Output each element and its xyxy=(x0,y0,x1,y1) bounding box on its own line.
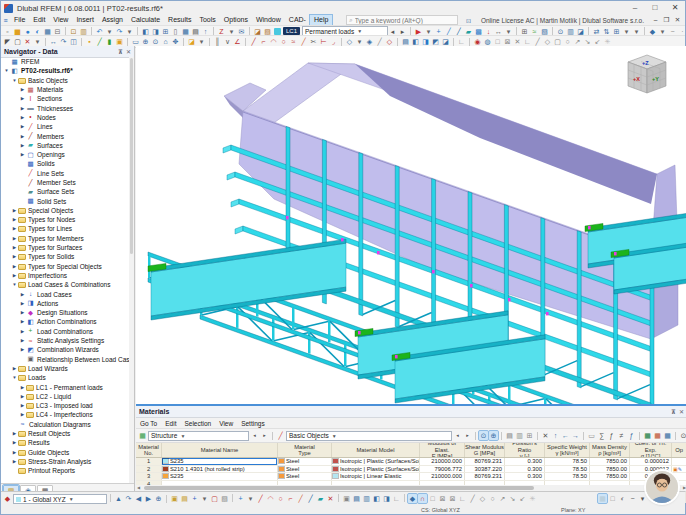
tree-item-folder-types-for-nodes[interactable]: ▶Types for Nodes xyxy=(1,215,129,224)
ortho-icon[interactable]: ╱ xyxy=(299,37,308,46)
cell[interactable]: 0.300 xyxy=(505,458,545,465)
cell[interactable]: Isotropic | Plastic (Surfaces/Solids) xyxy=(332,458,420,465)
tree-expander[interactable]: ▶ xyxy=(11,450,18,455)
minimize-button[interactable]: – xyxy=(625,1,645,15)
navigator-scrollbar[interactable] xyxy=(129,57,134,484)
cell[interactable]: 7850.00 xyxy=(590,458,630,465)
cs-f-icon[interactable]: ∟ xyxy=(392,494,401,503)
import-table-icon[interactable]: ▦ xyxy=(653,431,662,440)
tree-item-folder-types-for-special-objects[interactable]: ▶Types for Special Objects xyxy=(1,262,129,271)
view-prev-icon[interactable]: ◀ xyxy=(134,494,143,503)
user-avatar[interactable] xyxy=(646,471,678,503)
column-header-specific-weight[interactable]: Specific Weightγ [kN/m³] xyxy=(545,443,590,457)
result-beam-icon[interactable]: ◉ xyxy=(473,37,482,46)
window-mode-icon[interactable]: ▭ xyxy=(587,431,596,440)
tree-expander[interactable]: ▶ xyxy=(19,292,26,297)
cell[interactable]: 78.50 xyxy=(545,466,590,473)
navigation-cube[interactable]: +X +Y +Z xyxy=(617,51,677,105)
cell[interactable]: 0.300 xyxy=(505,473,545,480)
tree-expander[interactable]: ▶ xyxy=(11,273,18,278)
cell[interactable]: Isotropic | Linear Elastic xyxy=(332,473,420,480)
cell[interactable]: Steel xyxy=(278,466,332,473)
plane-xy-btn-icon[interactable]: ⊠ xyxy=(448,494,457,503)
sum-icon[interactable]: ∑ xyxy=(597,431,606,440)
tree-expander[interactable]: ▶ xyxy=(19,403,26,408)
menu-results[interactable]: Results xyxy=(164,15,195,25)
cs-b-icon[interactable]: ▤ xyxy=(352,494,361,503)
tree-item-folder-lc4-imperfections[interactable]: ▶LC4 - Imperfections xyxy=(1,410,129,419)
close-icon[interactable]: ✕ xyxy=(126,48,131,55)
cs-a-icon[interactable]: ▣ xyxy=(342,494,351,503)
edit-members-icon[interactable]: ▮ xyxy=(105,37,114,46)
materials-panel-title-bar[interactable]: Materials ⊼ ✕ xyxy=(136,406,686,418)
tree-expander[interactable]: ▼ xyxy=(11,78,18,83)
bg-color-icon[interactable]: ▦ xyxy=(598,494,607,503)
delete-row-icon[interactable]: ✕ xyxy=(541,431,550,440)
cell[interactable]: 3 xyxy=(136,473,162,480)
cs-user-icon[interactable]: ◩ xyxy=(431,37,440,46)
r-a3-icon[interactable]: ↙ xyxy=(593,37,602,46)
work-plane-icon[interactable]: ║ xyxy=(213,37,222,46)
tree-expander[interactable]: ▶ xyxy=(11,431,18,436)
rotate-icon[interactable]: ↷ xyxy=(59,37,68,46)
cs-select-icon[interactable]: ◧ xyxy=(411,37,420,46)
tree-item-design-situations[interactable]: ▶◆Design Situations xyxy=(1,308,129,317)
move-right-icon[interactable]: → xyxy=(571,431,580,440)
menu-file[interactable]: File xyxy=(10,15,29,25)
result-lock-icon[interactable]: ◍ xyxy=(483,37,492,46)
column-header-material-model[interactable]: Material Model xyxy=(332,443,420,457)
draw-member-icon[interactable]: ╱ xyxy=(306,494,315,503)
table-view-selector[interactable]: Structure ▼ xyxy=(148,431,249,441)
cell[interactable]: 78.50 xyxy=(545,458,590,465)
filter-prev-icon[interactable]: ◂ xyxy=(453,431,462,440)
tree-expander[interactable]: ▶ xyxy=(11,440,18,445)
cube-x-label[interactable]: +X xyxy=(633,76,640,82)
column-header-shear-modulus[interactable]: Shear ModulusG [MPa] xyxy=(465,443,505,457)
move-left-icon[interactable]: ← xyxy=(561,431,570,440)
cell[interactable]: 210000.000 xyxy=(420,473,465,480)
tree-expander[interactable]: ▶ xyxy=(11,254,18,259)
cell[interactable]: 0.300 xyxy=(505,466,545,473)
menu-assign[interactable]: Assign xyxy=(98,15,127,25)
menu-insert[interactable]: Insert xyxy=(72,15,98,25)
filter-next-icon[interactable]: ▸ xyxy=(463,431,472,440)
tree-item-folder-basic-objects[interactable]: ▼Basic Objects xyxy=(1,76,129,85)
pin-icon[interactable]: ⊼ xyxy=(118,48,123,55)
tree-item-folder-load-cases-combinations[interactable]: ▼Load Cases & Combinations xyxy=(1,280,129,289)
tree-item-sections[interactable]: ▶ISections xyxy=(1,94,129,103)
column-header-modulus-of-elast-[interactable]: Modulus of Elast.E [MPa] xyxy=(420,443,465,457)
cell[interactable]: 78.50 xyxy=(545,473,590,480)
select-pointer-icon[interactable]: ◤ xyxy=(3,37,12,46)
tree-item-folder-results[interactable]: ▶Results xyxy=(1,438,129,447)
tree-expander[interactable]: ▶ xyxy=(19,394,26,399)
cell[interactable]: 0.000012 xyxy=(630,458,672,465)
menu-cad-bim[interactable]: CAD-BIM xyxy=(285,15,310,25)
grid-points-icon[interactable]: ╱ xyxy=(375,37,384,46)
tree-expander[interactable]: ▼ xyxy=(3,68,10,73)
cell[interactable]: Steel xyxy=(278,458,332,465)
spline-tool-icon[interactable]: ≈ xyxy=(289,37,298,46)
insert-row-icon[interactable]: ↑ xyxy=(551,431,560,440)
cs-d-icon[interactable]: ◧ xyxy=(372,494,381,503)
tree-expander[interactable]: ▶ xyxy=(19,106,26,111)
table-all-icon[interactable]: ⊞ xyxy=(525,431,534,440)
plane-l-icon[interactable]: ∟ xyxy=(458,494,467,503)
tree-item-folder-stress-strain-analysis[interactable]: ▶Stress-Strain Analysis xyxy=(1,457,129,466)
result-vals-icon[interactable]: □ xyxy=(493,37,502,46)
plane-dim-icon[interactable]: ✳ xyxy=(528,494,537,503)
menu-edit[interactable]: Edit xyxy=(29,15,49,25)
r-a2-icon[interactable]: ↘ xyxy=(583,37,592,46)
tree-item-surfaces[interactable]: ▶▰Surfaces xyxy=(1,141,129,150)
tree-expander[interactable]: ▶ xyxy=(19,124,26,129)
zoom-extents-icon[interactable]: ⊕ xyxy=(154,494,163,503)
tree-expander[interactable]: ▶ xyxy=(11,236,18,241)
cube-y-label[interactable]: +Y xyxy=(652,76,659,82)
tree-item-folder-special-objects[interactable]: ▶Special Objects xyxy=(1,206,129,215)
render-toggle-icon[interactable]: □ xyxy=(608,494,617,503)
column-header-material[interactable]: MaterialType xyxy=(278,443,332,457)
tree-expander[interactable]: ▶ xyxy=(19,385,26,390)
table-row[interactable]: 3S235SteelIsotropic | Linear Elastic2100… xyxy=(136,473,686,481)
column-header-material-name[interactable]: Material Name xyxy=(162,443,278,457)
materials-menu-go-to[interactable]: Go To xyxy=(136,420,161,427)
view-rotate-icon[interactable]: ↷ xyxy=(124,494,133,503)
